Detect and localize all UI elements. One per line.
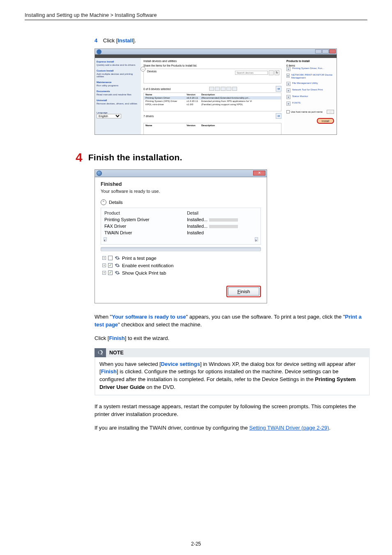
- para-software-ready: When "Your software is ready to use" app…: [95, 313, 370, 329]
- option-label: Print a test page: [122, 256, 157, 261]
- toolbar-btn-3[interactable]: [221, 87, 226, 91]
- your-software-ready-keyword: Your software is ready to use: [112, 314, 186, 320]
- product-item-4: ✕Status Monitor: [286, 95, 334, 99]
- tree-expand-icon[interactable]: +: [102, 271, 106, 275]
- table-row: FAX Driver Installed...: [101, 223, 261, 229]
- setting-twain-driver-link[interactable]: Setting TWAIN Driver (page 2-29): [249, 425, 329, 431]
- devices-selected-row: 0 of 0 devices selected ➜: [143, 86, 281, 92]
- chevron-up-icon: ⌃: [101, 199, 106, 205]
- redacted-text: [209, 218, 238, 222]
- installer-body: Express InstallQuickly add a device and …: [95, 58, 337, 134]
- driver-row-1[interactable]: Printing System (XPS) Driver v1.0.20.11 …: [144, 99, 281, 103]
- sidebar-item-custom[interactable]: Custom InstallAdd multiple devices and p…: [97, 69, 139, 78]
- window-buttons: [315, 49, 336, 53]
- finish-message: Your software is ready to use.: [101, 189, 261, 194]
- back-icon[interactable]: [97, 171, 102, 176]
- reload-icon[interactable]: ↻: [274, 70, 279, 75]
- install-button[interactable]: Install: [317, 118, 334, 124]
- back-icon[interactable]: [97, 49, 101, 54]
- drivers-box: Name Version Description Printing System…: [143, 92, 281, 111]
- section-number: 4: [76, 151, 83, 164]
- para-twain: If you are installing the TWAIN driver, …: [95, 424, 370, 432]
- install-keyword: Install: [118, 37, 133, 44]
- remove-icon[interactable]: ✕: [286, 88, 291, 92]
- col-detail: Detail: [187, 210, 257, 215]
- top-rule: [25, 20, 367, 20]
- search-dropdown-icon[interactable]: [269, 70, 274, 75]
- note-header: NOTE: [95, 348, 370, 357]
- remove-icon[interactable]: ✕: [286, 82, 291, 86]
- driver-row-0[interactable]: Printing System Driver v6.0.20.11 (Recom…: [144, 96, 281, 99]
- gear-icon: [115, 263, 120, 268]
- checkbox[interactable]: ✓: [108, 263, 113, 268]
- table-row: Printing System Driver Installed...: [101, 216, 261, 223]
- toolbar-btn-4[interactable]: [226, 87, 231, 91]
- details-toggle[interactable]: ⌃ Details: [101, 199, 261, 205]
- hostname-option[interactable]: Use host name as port name …: [286, 110, 334, 114]
- search-input[interactable]: [235, 71, 268, 75]
- device-settings-keyword: Device settings: [161, 361, 200, 367]
- checkbox[interactable]: ✓: [108, 271, 113, 275]
- option-print-test[interactable]: + Print a test page: [102, 255, 261, 261]
- installer-window: Express InstallQuickly add a device and …: [95, 49, 337, 135]
- toolbar-btn-2[interactable]: [215, 87, 220, 91]
- toolbar-btn-5[interactable]: [232, 87, 237, 91]
- browse-icon[interactable]: …: [327, 110, 334, 114]
- finish-keyword-2: Finish: [101, 368, 117, 375]
- sidebar-item-documents[interactable]: DocumentsRead manuals and readme files: [97, 90, 139, 96]
- gear-icon: [115, 255, 120, 261]
- sidebar-item-uninstall[interactable]: UninstallRemove devices, drivers, and ut…: [97, 99, 139, 105]
- remove-icon[interactable]: ✕: [286, 74, 290, 78]
- option-label: Show Quick Print tab: [122, 271, 166, 275]
- product-item-0: ✕Printing System Driver, Fon...: [286, 67, 334, 71]
- products-title: Products to Install: [286, 60, 334, 62]
- divider-band: [101, 247, 261, 251]
- hostname-checkbox[interactable]: [286, 110, 290, 113]
- para-restart: If a system restart message appears, res…: [95, 403, 370, 419]
- remove-icon[interactable]: ✕: [286, 95, 291, 99]
- checkbox[interactable]: [108, 256, 113, 260]
- sidebar-item-express[interactable]: Express InstallQuickly add a device and …: [97, 60, 139, 66]
- product-item-1: ✕NETWORK PRINT MONITOR Device Management: [286, 74, 334, 79]
- step4-number: 4: [95, 37, 97, 44]
- toolbar-btn-1[interactable]: [209, 87, 214, 91]
- step4-text: Click [Install].: [103, 37, 136, 44]
- min-button[interactable]: [315, 49, 322, 53]
- scroll-left-icon[interactable]: ‹: [104, 237, 107, 241]
- scroll-right-icon[interactable]: ›: [255, 237, 258, 241]
- remove-icon[interactable]: ✕: [286, 67, 291, 71]
- finish-button[interactable]: Finish: [228, 287, 259, 296]
- note-label: NOTE: [106, 348, 370, 357]
- utilities-box: Name Version Description: [143, 123, 281, 135]
- tree-expand-icon[interactable]: +: [102, 256, 106, 260]
- devices-toggle-icon[interactable]: –: [141, 67, 145, 72]
- section-heading: 4 Finish the installation.: [76, 151, 370, 164]
- finish-dialog: ✕ Finished Your software is ready to use…: [95, 169, 267, 303]
- products-count: 6 items: [286, 64, 334, 67]
- language-dropdown[interactable]: English: [97, 114, 121, 118]
- finish-titlebar: ✕: [95, 170, 267, 177]
- table-row: TWAIN Driver Installed: [101, 229, 261, 236]
- remove-icon[interactable]: ✕: [286, 102, 291, 106]
- driver-row-2[interactable]: KPDL mini-driver v1.0/0 (Familiar) print…: [144, 103, 281, 106]
- breadcrumb: Installing and Setting up the Machine > …: [25, 12, 367, 18]
- finish-keyword: Finish: [109, 335, 125, 341]
- tree-expand-icon[interactable]: +: [102, 264, 106, 267]
- option-quick-print[interactable]: + ✓ Show Quick Print tab: [102, 270, 261, 275]
- max-button[interactable]: [322, 49, 329, 53]
- page-number: 2-25: [0, 541, 392, 547]
- gear-icon: [115, 270, 120, 275]
- product-item-3: ✕Network Tool for Direct Print: [286, 88, 334, 92]
- option-event-notification[interactable]: + ✓ Enable event notification: [102, 263, 261, 268]
- move-right-icon[interactable]: ➜: [276, 86, 281, 92]
- close-icon[interactable]: ✕: [253, 171, 265, 176]
- sidebar-item-maintenance[interactable]: MaintenanceRun utility programs: [97, 81, 139, 87]
- drivers-header-row: Name Version Description: [144, 93, 281, 96]
- finish-footer: Finish: [95, 282, 267, 303]
- redacted-text: [209, 225, 238, 228]
- installer-title: Install devices and utilities: [143, 60, 281, 62]
- move-right-drivers-icon[interactable]: ➜: [276, 113, 281, 119]
- close-button[interactable]: [329, 49, 336, 53]
- finish-inner: Finished Your software is ready to use. …: [95, 177, 267, 282]
- products-panel: Products to Install 6 items ✕Printing Sy…: [284, 58, 337, 134]
